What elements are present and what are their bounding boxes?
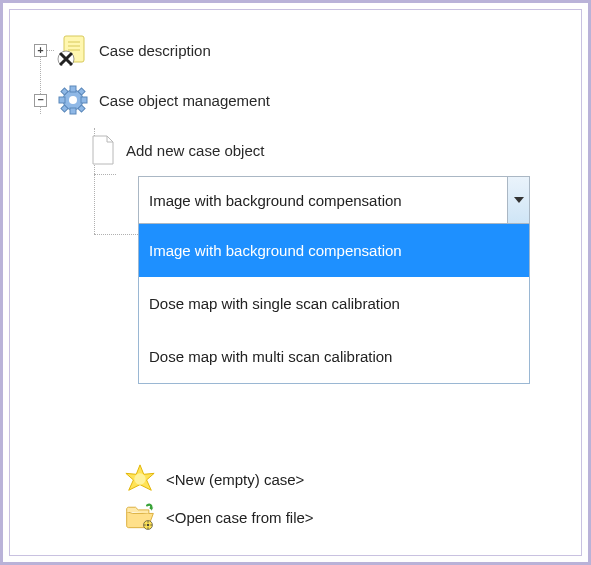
svg-rect-7 — [70, 108, 76, 114]
tree-node-case-object-management[interactable]: − — [34, 84, 581, 116]
gear-icon — [57, 84, 89, 116]
collapse-icon[interactable]: − — [34, 94, 47, 107]
dropdown-option-dose-single[interactable]: Dose map with single scan calibration — [139, 277, 529, 330]
dropdown-option-dose-multi[interactable]: Dose map with multi scan calibration — [139, 330, 529, 383]
svg-point-16 — [134, 473, 145, 484]
expand-icon[interactable]: + — [34, 44, 47, 57]
tree-panel: + Case description — [9, 9, 582, 556]
dropdown-button[interactable] — [507, 177, 529, 223]
window-frame: + Case description — [0, 0, 591, 565]
blank-document-icon — [90, 134, 116, 166]
tree-label: Case description — [99, 42, 211, 59]
svg-point-19 — [147, 524, 149, 526]
footer-label: <New (empty) case> — [166, 471, 304, 488]
case-object-type-dropdown: Image with background compensation Image… — [138, 176, 530, 384]
open-folder-icon — [124, 501, 156, 533]
document-error-icon — [57, 34, 89, 66]
dropdown-list: Image with background compensation Dose … — [138, 224, 530, 384]
svg-point-14 — [69, 96, 77, 104]
footer-label: <Open case from file> — [166, 509, 314, 526]
combobox-value: Image with background compensation — [139, 192, 507, 209]
tree-label: Add new case object — [126, 142, 264, 159]
sun-icon — [124, 463, 156, 495]
tree-node-case-description[interactable]: + Case description — [34, 34, 581, 66]
svg-rect-9 — [81, 97, 87, 103]
treeview: + Case description — [34, 34, 581, 384]
footer-actions: <New (empty) case> — [124, 457, 484, 533]
open-case-from-file[interactable]: <Open case from file> — [124, 501, 484, 533]
new-empty-case[interactable]: <New (empty) case> — [124, 463, 484, 495]
svg-rect-8 — [59, 97, 65, 103]
combobox[interactable]: Image with background compensation — [138, 176, 530, 224]
tree-label: Case object management — [99, 92, 270, 109]
tree-node-add-case-object[interactable]: Add new case object — [90, 134, 581, 166]
chevron-down-icon — [514, 197, 524, 203]
dropdown-option-image-bg-comp[interactable]: Image with background compensation — [139, 224, 529, 277]
svg-rect-6 — [70, 86, 76, 92]
